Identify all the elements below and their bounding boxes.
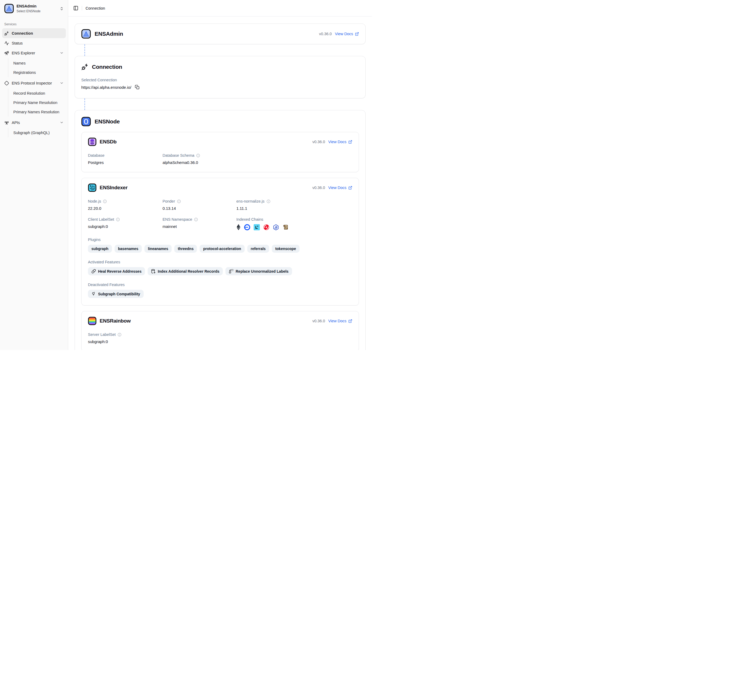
plugins-row: subgraph basenames lineanames threedns p… [88,245,352,253]
ensindexer-view-docs-link[interactable]: View Docs [328,186,352,190]
sidebar-item-apis[interactable]: APIs [2,118,66,127]
sidebar-item-ens-explorer[interactable]: ENS Explorer [2,48,66,58]
ensadmin-version: v0.36.0 [319,32,332,36]
ensindexer-card: ENSIndexer v0.36.0 View Docs Node. [81,178,359,305]
app-title: ENSAdmin [16,4,40,9]
field-database: Database Postgres [88,153,162,165]
activated-features-row: Heal Reverse Addresses Index Additional … [88,267,352,276]
field-value: 0.13.14 [162,206,237,211]
ensindexer-card-title: ENSIndexer [100,185,128,191]
field-label: Database [88,153,104,158]
connection-card: Connection Selected Connection https://a… [74,56,366,98]
sidebar-item-subgraph-graphql[interactable]: Subgraph (GraphQL) [11,128,66,137]
card-connector-line [85,44,366,56]
field-value: subgraph:0 [88,224,162,229]
field-ens-normalize: ens-normalize.js 1.11.1 [237,199,352,211]
sidebar-item-ens-protocol-inspector[interactable]: ENS Protocol Inspector [2,78,66,88]
ensadmin-logo-icon [4,4,14,13]
sidebar-item-connection[interactable]: Connection [2,28,66,38]
indexed-chains-row [237,224,352,230]
ensdb-view-docs-link[interactable]: View Docs [328,140,352,144]
ensrainbow-logo-icon [88,317,97,325]
field-client-labelset: Client LabelSet subgraph:0 [88,217,162,230]
field-label: Indexed Chains [237,217,263,222]
field-value: 22.20.0 [88,206,162,211]
ensnode-card-title: ENSNode [95,118,120,125]
ensnode-selector[interactable]: ENSAdmin Select ENSNode [2,3,66,14]
field-nodejs: Node.js 22.20.0 [88,199,162,211]
field-label: ens-normalize.js [237,199,265,203]
app-subtitle: Select ENSNode [16,9,40,13]
external-link-icon [348,186,352,190]
sidebar-toggle-button[interactable] [73,6,78,10]
field-value: 1.11.1 [237,206,352,211]
feature-badge-replace-unnormalized-labels: Replace Unnormalized Labels [225,267,292,276]
ensadmin-logo-icon [81,29,91,39]
ensdb-version: v0.36.0 [312,140,325,144]
external-link-icon [348,319,352,323]
sidebar-item-record-resolution[interactable]: Record Resolution [11,88,66,98]
selected-connection-label: Selected Connection [81,78,359,82]
plugin-badge: protocol-acceleration [199,245,244,253]
pill-icon [91,269,96,274]
sidebar-item-names[interactable]: Names [11,58,66,68]
field-value: alphaSchema0.36.0 [162,160,237,165]
feature-label: Replace Unnormalized Labels [235,269,288,274]
sidebar-item-label: ENS Protocol Inspector [12,81,52,85]
info-icon[interactable] [116,217,120,222]
field-value: subgraph:0 [88,340,162,344]
ensdb-logo-icon [88,137,97,146]
info-icon[interactable] [103,200,107,203]
field-ens-namespace: ENS Namespace mainnet [162,217,237,230]
info-icon[interactable] [266,200,271,203]
plugin-badge: basenames [115,245,142,253]
ensindexer-logo-icon [88,183,97,192]
ens-protocol-inspector-children: Record Resolution Primary Name Resolutio… [8,88,66,116]
sidebar-nav: Connection Status ENS Explorer Names [2,28,66,137]
field-label: Server LabelSet [88,332,116,337]
ensrainbow-version: v0.36.0 [312,319,325,323]
diamond-icon [4,81,9,86]
ensrainbow-card-title: ENSRainbow [100,318,131,324]
view-docs-label: View Docs [328,140,347,144]
info-icon[interactable] [118,333,122,337]
app-window: ENSAdmin Select ENSNode Services Connect… [0,0,372,350]
telescope-icon [4,51,9,55]
topbar: Connection [68,0,372,16]
sidebar-item-label: ENS Explorer [12,51,35,55]
view-docs-label: View Docs [335,32,353,36]
copy-url-button[interactable] [135,85,140,89]
info-icon[interactable] [196,153,200,158]
card-connector-line [85,98,366,110]
ensadmin-card-title: ENSAdmin [95,31,123,37]
ensrainbow-view-docs-link[interactable]: View Docs [328,319,352,323]
field-label: ENS Namespace [162,217,192,222]
breadcrumb: Connection [86,6,105,10]
replace-icon [229,269,234,274]
sidebar-item-primary-names-resolution[interactable]: Primary Names Resolution [11,107,66,116]
field-value: mainnet [162,224,237,229]
field-label: Database Schema [162,153,194,158]
ensnode-card: ENSNode ENSDb [74,110,366,350]
base-chain-icon [244,224,250,230]
threedns-chain-icon [263,224,269,230]
main-area: Connection ENSAdmin v0.36.0 View Docs [68,0,372,350]
chevrons-up-down-icon [60,7,64,10]
info-icon[interactable] [194,217,198,222]
sidebar-item-registrations[interactable]: Registrations [11,68,66,77]
activated-features-label: Activated Features [88,260,120,264]
ensdb-card-title: ENSDb [100,139,116,145]
connection-card-title: Connection [92,64,122,70]
sidebar-item-status[interactable]: Status [2,38,66,48]
external-link-icon [348,140,352,144]
ensadmin-view-docs-link[interactable]: View Docs [335,32,359,36]
plug-zap-icon [4,31,9,36]
ethereum-chain-icon [237,224,241,230]
database-plus-icon [151,269,156,274]
sidebar: ENSAdmin Select ENSNode Services Connect… [0,0,68,350]
field-label: Ponder [162,199,175,203]
info-icon[interactable] [177,200,181,203]
sidebar-item-primary-name-resolution[interactable]: Primary Name Resolution [11,98,66,107]
feature-badge-heal-reverse-addresses: Heal Reverse Addresses [88,267,145,276]
arbitrum-chain-icon [273,224,279,230]
